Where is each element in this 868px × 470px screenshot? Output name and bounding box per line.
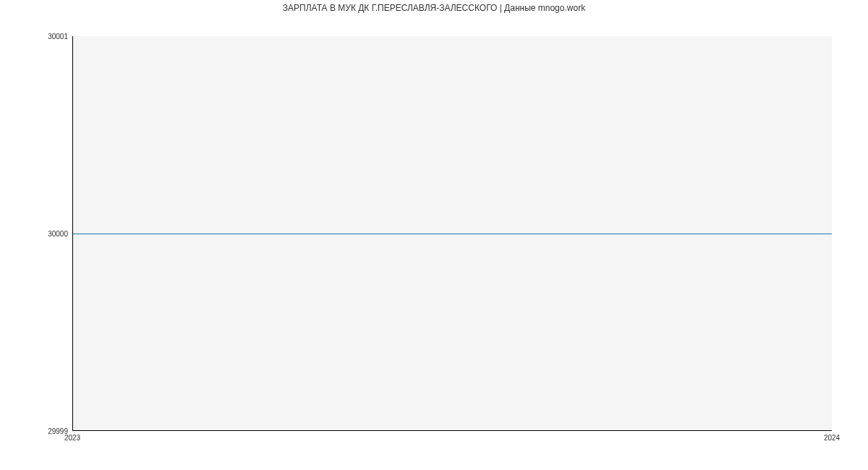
salary-line-chart: ЗАРПЛАТА В МУК ДК Г.ПЕРЕСЛАВЛЯ-ЗАЛЕССКОГ… (0, 0, 868, 470)
y-tick-1: 30000 (48, 230, 68, 238)
x-tick-0: 2023 (64, 434, 80, 442)
chart-title: ЗАРПЛАТА В МУК ДК Г.ПЕРЕСЛАВЛЯ-ЗАЛЕССКОГ… (0, 3, 868, 13)
plot-area (72, 36, 832, 431)
y-tick-2: 30001 (48, 33, 68, 40)
series-line (73, 234, 832, 234)
x-tick-1: 2024 (824, 434, 840, 442)
